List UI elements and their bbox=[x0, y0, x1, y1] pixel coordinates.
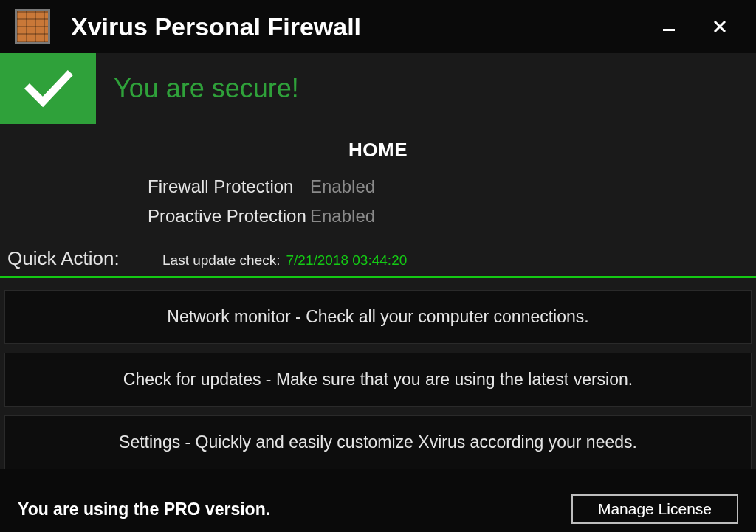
status-check-icon bbox=[0, 53, 96, 124]
protection-rows: Firewall Protection Enabled Proactive Pr… bbox=[0, 176, 756, 227]
action-network-monitor[interactable]: Network monitor - Check all your compute… bbox=[4, 290, 752, 344]
content-area: HOME Firewall Protection Enabled Proacti… bbox=[0, 124, 756, 469]
protection-value: Enabled bbox=[310, 176, 375, 197]
titlebar: Xvirus Personal Firewall bbox=[0, 0, 756, 53]
last-update-label: Last update check: bbox=[162, 252, 281, 269]
status-message: You are secure! bbox=[114, 73, 299, 104]
quick-action-label: Quick Action: bbox=[7, 247, 162, 270]
last-update-value: 7/21/2018 03:44:20 bbox=[286, 252, 408, 269]
minimize-button[interactable] bbox=[663, 20, 676, 33]
action-settings[interactable]: Settings - Quickly and easily customize … bbox=[4, 415, 752, 469]
protection-label: Proactive Protection bbox=[0, 206, 310, 227]
protection-row-proactive: Proactive Protection Enabled bbox=[0, 206, 756, 227]
app-title: Xvirus Personal Firewall bbox=[71, 13, 663, 41]
action-check-updates[interactable]: Check for updates - Make sure that you a… bbox=[4, 353, 752, 407]
quick-action-row: Quick Action: Last update check: 7/21/20… bbox=[0, 247, 756, 278]
version-text: You are using the PRO version. bbox=[18, 500, 270, 519]
protection-value: Enabled bbox=[310, 206, 375, 227]
close-button[interactable] bbox=[713, 20, 726, 33]
bottombar: You are using the PRO version. Manage Li… bbox=[0, 486, 756, 532]
protection-row-firewall: Firewall Protection Enabled bbox=[0, 176, 756, 197]
action-list: Network monitor - Check all your compute… bbox=[0, 290, 756, 469]
protection-label: Firewall Protection bbox=[0, 176, 310, 197]
home-heading: HOME bbox=[0, 139, 756, 162]
status-band: You are secure! bbox=[0, 53, 756, 124]
manage-license-button[interactable]: Manage License bbox=[571, 494, 738, 524]
firewall-icon bbox=[15, 9, 50, 44]
svg-rect-0 bbox=[663, 29, 675, 31]
window-controls bbox=[663, 20, 741, 33]
